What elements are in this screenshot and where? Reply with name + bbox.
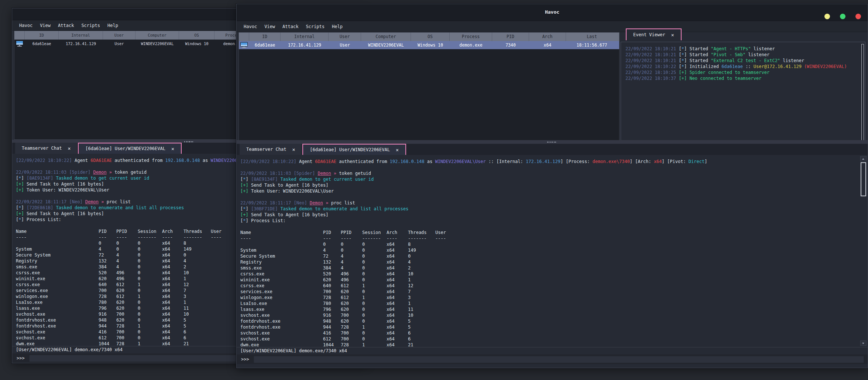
tab[interactable]: [6da61eae] User/WINDEV2206EVAL✕ (302, 144, 406, 155)
menu-havoc[interactable]: Havoc (240, 23, 260, 30)
process-row: svchost.exe9167000x6410 (240, 312, 868, 318)
terminal-scrollbar[interactable] (860, 156, 867, 346)
column-header-os[interactable]: OS (411, 33, 450, 41)
process-row: Secure System7240x640 (240, 253, 868, 259)
computer-icon (16, 41, 23, 47)
menu-attack[interactable]: Attack (55, 22, 77, 29)
column-header-arch[interactable]: Arch (529, 33, 566, 41)
close-icon[interactable]: ✕ (292, 147, 295, 152)
column-header-computer[interactable]: Computer (361, 33, 411, 41)
agent-cell: WINDEV2206EVAL (135, 41, 179, 46)
column-header-os[interactable]: OS (179, 31, 215, 40)
process-row: csrss.exe5204960x6410 (240, 271, 868, 277)
havoc-window-front[interactable]: Havoc HavocViewAttackScriptsHelp IDInter… (236, 4, 868, 368)
process-list: NamePIDPPIDSessionArchThreadsUser-------… (240, 230, 868, 347)
event-log-lines: 22/09/2022 18:10:21 [*] Started "Agent -… (625, 46, 861, 81)
log-line: [+] Send Task to Agent [16 bytes] (240, 212, 868, 218)
close-icon[interactable]: ✕ (671, 32, 674, 38)
scroll-down-icon[interactable] (860, 340, 867, 346)
log-line: 22/09/2022 18:11:03 [5pider] Demon » tok… (240, 170, 868, 176)
process-row: svchost.exe4167000x646 (240, 330, 868, 336)
icon-column-header (239, 33, 249, 41)
splitter-handle[interactable] (237, 140, 868, 144)
tab-event-viewer[interactable]: Event Viewer ✕ (626, 28, 682, 40)
titlebar[interactable]: Havoc (237, 4, 868, 21)
process-row: LsaIso.exe7806200x641 (240, 301, 868, 306)
maximize-button[interactable] (840, 14, 845, 19)
menu-help[interactable]: Help (104, 22, 121, 29)
process-row: --------------------------------- (240, 235, 868, 241)
menu-scripts[interactable]: Scripts (302, 23, 328, 30)
log-line (240, 194, 868, 200)
agent-cell: 18:11:56.677 (566, 43, 618, 48)
computer-icon (240, 42, 248, 48)
event-scrollbar[interactable] (861, 44, 864, 142)
log-line: 22/09/2022 18:10:22 [*] Initialized 6da6… (625, 64, 861, 69)
prompt-label: >>> (17, 356, 25, 361)
tab-label: [6da61eae] User/WINDEV2206EVAL (310, 147, 390, 152)
menu-help[interactable]: Help (329, 23, 346, 30)
log-line: [*] [30BF71DE] Tasked demon to enumerate… (240, 206, 868, 212)
process-row: smss.exe38440x642 (240, 265, 868, 271)
log-line: 22/09/2022 18:10:21 [*] Started "Externa… (625, 58, 861, 64)
event-log-panel: 22/09/2022 18:10:21 [*] Started "Agent -… (621, 42, 865, 144)
prompt-label: >>> (241, 357, 249, 362)
log-line: 22/09/2022 18:11:17 [Neo] Demon » proc l… (240, 200, 868, 206)
agent-cell: x64 (529, 43, 566, 48)
column-header-user[interactable]: User (329, 33, 361, 41)
menu-view[interactable]: View (37, 22, 54, 29)
log-line (240, 224, 868, 230)
close-icon[interactable]: ✕ (171, 146, 174, 152)
event-viewer-tab-label: Event Viewer (633, 32, 665, 37)
menu-scripts[interactable]: Scripts (78, 22, 103, 29)
window-controls (824, 14, 861, 19)
prompt-row: >>> (237, 354, 868, 364)
column-header-process[interactable]: Process (450, 33, 492, 41)
column-header-internal[interactable]: Internal (59, 31, 103, 40)
log-line: [+] Send Task to Agent [16 bytes] (240, 182, 868, 188)
process-row: csrss.exe6406121x6412 (240, 283, 868, 289)
column-header-id[interactable]: ID (249, 33, 281, 41)
tab-label: [6da61eae] User/WINDEV2206EVAL (85, 146, 165, 151)
minimize-button[interactable] (824, 14, 830, 19)
close-icon[interactable]: ✕ (68, 146, 71, 151)
tab[interactable]: Teamserver Chat✕ (15, 143, 77, 154)
icon-column-header (14, 31, 25, 40)
column-header-computer[interactable]: Computer (135, 31, 179, 40)
command-input[interactable] (254, 356, 864, 363)
process-row: lsass.exe7966200x6411 (240, 306, 868, 312)
agents-table: IDInternalUserComputerOSProcessPIDArchLa… (239, 32, 620, 142)
tab[interactable]: Teamserver Chat✕ (240, 144, 302, 155)
column-header-id[interactable]: ID (25, 31, 59, 40)
agent-row-selected[interactable]: 6da61eae172.16.41.129UserWINDEV2206EVALW… (239, 41, 619, 49)
log-line: [*] Process List: (240, 218, 868, 224)
log-line: 22/09/2022 18:10:37 [+] Neo connected to… (625, 75, 861, 81)
agent-cell: 7340 (492, 43, 529, 48)
agent-cell: 6da61eae (249, 43, 281, 48)
agent-cell: User (329, 43, 361, 48)
menu-attack[interactable]: Attack (279, 23, 302, 30)
tab[interactable]: [6da61eae] User/WINDEV2206EVAL✕ (78, 143, 182, 154)
close-icon[interactable]: ✕ (396, 147, 399, 153)
close-window-button[interactable] (855, 14, 861, 19)
agent-cell: 172.16.41.129 (281, 43, 329, 48)
agent-cell: 6da61eae (25, 41, 59, 46)
column-header-last[interactable]: Last (566, 33, 618, 41)
process-row: svchost.exe6127000x646 (240, 336, 868, 342)
process-row: NamePIDPPIDSessionArchThreadsUser (240, 230, 868, 235)
column-header-pid[interactable]: PID (492, 33, 529, 41)
scrollbar-thumb[interactable] (861, 162, 866, 196)
process-row: Registry13240x644 (240, 259, 868, 265)
agent-cell: 172.16.41.129 (59, 41, 103, 46)
agent-cell: demon.exe (450, 43, 492, 48)
log-line: [*] [8AE9134F] Tasked demon to get curre… (240, 176, 868, 182)
agent-cell: User (103, 41, 135, 46)
menu-view[interactable]: View (261, 23, 278, 30)
menu-havoc[interactable]: Havoc (16, 22, 36, 29)
agent-cell: WINDEV2206EVAL (361, 43, 411, 48)
column-header-user[interactable]: User (103, 31, 135, 40)
column-header-internal[interactable]: Internal (281, 33, 329, 41)
process-row: dwm.exe10447281x6421 (240, 342, 868, 347)
process-row: 000x648 (240, 241, 868, 247)
scroll-up-icon[interactable] (860, 156, 867, 162)
